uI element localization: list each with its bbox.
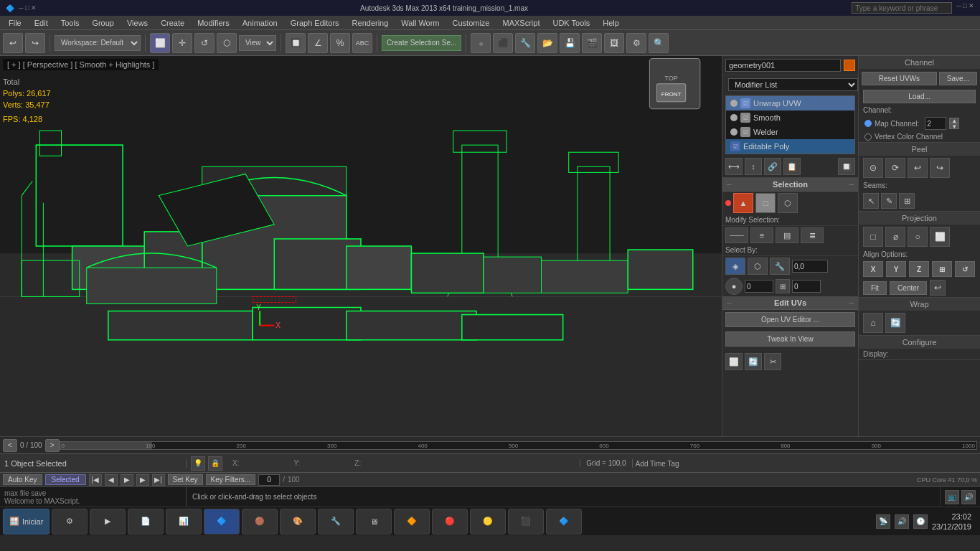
taskbar-app-12[interactable]: 🟡 (470, 509, 506, 534)
modifier-smooth[interactable]: ☑ Smooth (726, 110, 854, 125)
window-controls[interactable]: ─ □ ✕ (956, 2, 974, 14)
toolbar-render[interactable]: 🎬 (582, 33, 602, 53)
toolbar-rotate[interactable]: ↺ (194, 33, 215, 53)
set-key-button[interactable]: Set Key (168, 474, 203, 485)
uvw-btn-5[interactable]: 🔲 (838, 158, 855, 175)
wrap-title[interactable]: Wrap (859, 298, 980, 311)
toolbar-extra9[interactable]: 🔍 (649, 33, 669, 53)
peel-title[interactable]: Peel (859, 143, 980, 156)
mod-sel-btn-4[interactable]: ≣ (801, 227, 824, 243)
menu-file[interactable]: File (3, 17, 27, 29)
key-filters-button[interactable]: Key Filters... (206, 474, 256, 485)
sel-val-1[interactable] (745, 280, 773, 293)
status-lock-icon[interactable]: 🔒 (208, 456, 222, 471)
vertex-color-option[interactable]: Vertex Color Channel (859, 131, 980, 142)
mod-sel-btn-2[interactable]: ≡ (750, 227, 773, 243)
sel-by-btn-2[interactable]: ⬡ (748, 258, 768, 275)
edit-uvs-icon-3[interactable]: ✂ (764, 353, 781, 370)
taskbar-app-1[interactable]: ⚙ (52, 509, 88, 534)
toolbar-extra4[interactable]: 📂 (537, 33, 557, 53)
sel-vertex-btn[interactable]: □ (755, 193, 776, 213)
edit-uvs-icon-2[interactable]: 🔄 (745, 353, 762, 370)
uvw-btn-2[interactable]: ↕ (745, 158, 762, 175)
menu-rendering[interactable]: Rendering (347, 17, 395, 29)
object-color-swatch[interactable] (844, 60, 855, 71)
sel-3d-btn[interactable]: ⬡ (778, 193, 798, 213)
proj-flat-icon[interactable]: □ (863, 227, 883, 247)
timeline-prev[interactable]: < (3, 439, 17, 452)
playback-next-btn[interactable]: ▶| (152, 474, 165, 486)
taskbar-app-2[interactable]: ▶ (90, 509, 126, 534)
center-button[interactable]: Center (890, 281, 927, 295)
menu-create[interactable]: Create (155, 17, 190, 29)
workspace-dropdown[interactable]: Workspace: Default (55, 35, 141, 51)
menu-edit[interactable]: Edit (29, 17, 54, 29)
toolbar-undo[interactable]: ↩ (3, 33, 23, 53)
view-dropdown[interactable]: View (239, 35, 276, 51)
playback-prev-frame[interactable]: ◀ (105, 474, 118, 486)
taskbar-app-10[interactable]: 🔶 (394, 509, 430, 534)
align-x-button[interactable]: X (863, 261, 883, 277)
search-input[interactable] (852, 2, 952, 14)
start-button[interactable]: 🪟 Iniciar (3, 509, 50, 534)
modifier-editable-poly[interactable]: ☑ Editable Poly (726, 139, 854, 154)
select-by-value[interactable] (792, 260, 828, 273)
modifier-welder[interactable]: ☑ Welder (726, 125, 854, 139)
toolbar-extra8[interactable]: ⚙ (626, 33, 646, 53)
toolbar-abc[interactable]: ABC (352, 33, 372, 53)
align-rotate-icon[interactable]: ↺ (955, 261, 975, 277)
reset-uvws-button[interactable]: Reset UVWs (862, 72, 937, 85)
toolbar-extra1[interactable]: ⬦ (471, 33, 491, 53)
seam-cursor-icon[interactable]: ↖ (863, 193, 879, 209)
frame-input[interactable] (258, 474, 280, 486)
toolbar-extra2[interactable]: ⬛ (493, 33, 513, 53)
taskbar-app-6[interactable]: 🟤 (242, 509, 278, 534)
seam-edit-icon[interactable]: ✎ (881, 193, 897, 209)
menu-help[interactable]: Help (597, 17, 625, 29)
taskbar-app-4[interactable]: 📊 (166, 509, 202, 534)
modifier-list-dropdown[interactable]: Modifier List (728, 78, 858, 91)
spinner-down[interactable]: ▼ (949, 123, 959, 129)
taskbar-app-14[interactable]: 🔷 (546, 509, 582, 534)
taskbar-app-13[interactable]: ⬛ (508, 509, 544, 534)
open-uv-editor-button[interactable]: Open UV Editor ... (725, 312, 855, 327)
sel-by-btn-1[interactable]: ◈ (725, 258, 745, 275)
seam-extra-icon[interactable]: ⊞ (899, 193, 915, 209)
save-button[interactable]: Save... (939, 72, 977, 85)
add-time-tag-button[interactable]: Add Time Tag (636, 460, 679, 468)
timeline-next[interactable]: > (45, 439, 60, 452)
channel-title[interactable]: Channel (859, 56, 980, 69)
playback-play[interactable]: ▶ (121, 474, 133, 486)
wrap-icon-1[interactable]: ⌂ (863, 313, 883, 333)
media-icon-1[interactable]: 📺 (945, 490, 959, 504)
toolbar-extra7[interactable]: 🖼 (604, 33, 624, 53)
peel-icon-4[interactable]: ↪ (930, 158, 950, 178)
menu-udk-tools[interactable]: UDK Tools (547, 17, 595, 29)
taskbar-app-8[interactable]: 🔧 (318, 509, 354, 534)
toolbar-percent[interactable]: % (330, 33, 350, 53)
menu-wall-worm[interactable]: Wall Worm (395, 17, 445, 29)
proj-undo-icon[interactable]: ↩ (930, 280, 946, 296)
mod-sel-btn-3[interactable]: ▤ (776, 227, 798, 243)
taskbar-app-9[interactable]: 🖥 (356, 509, 392, 534)
uvw-btn-1[interactable]: ⟷ (725, 158, 743, 175)
load-button[interactable]: Load... (863, 90, 976, 103)
edit-uvs-icon-1[interactable]: ⬜ (725, 353, 743, 370)
menu-maxscript[interactable]: MAXScript (496, 17, 545, 29)
menu-tools[interactable]: Tools (55, 17, 85, 29)
toolbar-move[interactable]: ✛ (172, 33, 192, 53)
tweak-in-view-button[interactable]: Tweak In View (725, 331, 855, 347)
proj-box-icon[interactable]: ⬜ (930, 227, 950, 247)
wrap-icon-2[interactable]: 🔄 (885, 313, 905, 333)
menu-modifiers[interactable]: Modifiers (192, 17, 235, 29)
selected-badge[interactable]: Selected (45, 474, 86, 485)
configure-title[interactable]: Configure (859, 336, 980, 349)
menu-graph-editors[interactable]: Graph Editors (285, 17, 345, 29)
sel-grid-btn[interactable]: ⊞ (776, 279, 790, 293)
uvw-btn-3[interactable]: 🔗 (764, 158, 781, 175)
toolbar-angle[interactable]: ∠ (308, 33, 328, 53)
mod-eye-welder[interactable] (730, 128, 738, 136)
toolbar-extra3[interactable]: 🔧 (515, 33, 535, 53)
mod-sel-btn-1[interactable]: ─── (725, 227, 748, 243)
status-light-icon[interactable]: 💡 (191, 456, 205, 471)
